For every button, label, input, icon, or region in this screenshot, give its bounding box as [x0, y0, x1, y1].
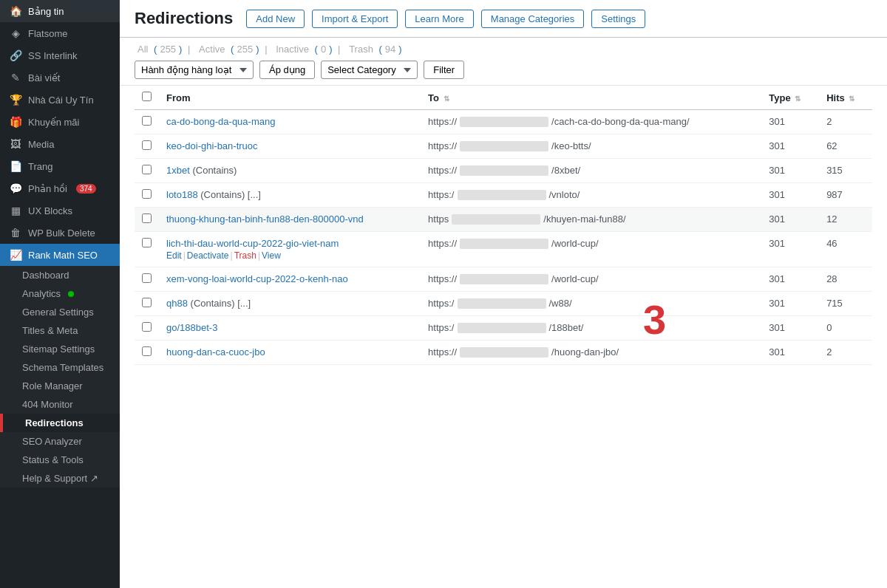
page-header: Redirections Add New Import & Export Lea… [120, 0, 887, 38]
to-sort-icon: ⇅ [444, 95, 449, 103]
row-checkbox[interactable] [142, 322, 152, 332]
type-cell: 301 [761, 134, 819, 159]
settings-button[interactable]: Settings [591, 10, 645, 28]
hits-cell: 0 [819, 316, 872, 341]
from-link[interactable]: qh88 [166, 298, 188, 309]
row-checkbox[interactable] [142, 273, 152, 283]
row-action-view[interactable]: View [262, 250, 281, 261]
row-checkbox[interactable] [142, 189, 152, 199]
add-new-button[interactable]: Add New [246, 10, 305, 28]
import-export-button[interactable]: Import & Export [312, 10, 398, 28]
to-column-header[interactable]: To ⇅ [421, 86, 761, 110]
submenu-label: Help & Support ↗ [22, 473, 98, 484]
from-link[interactable]: thuong-khung-tan-binh-fun88-den-800000-v… [166, 213, 364, 225]
sidebar-item-flatsome[interactable]: ◈ Flatsome [0, 22, 120, 44]
learn-more-button[interactable]: Learn More [405, 10, 473, 28]
from-link[interactable]: loto188 [166, 189, 198, 200]
type-cell: 301 [761, 292, 819, 316]
hits-sort-icon: ⇅ [849, 95, 854, 103]
sidebar-item-khuyen-mai[interactable]: 🎁 Khuyến mãi [0, 111, 120, 133]
sidebar-item-phan-hoi[interactable]: 💬 Phản hồi 374 [0, 177, 120, 199]
select-category-select[interactable]: Select Category [321, 61, 418, 79]
row-action-edit[interactable]: Edit [166, 250, 182, 261]
sidebar-item-bai-viet[interactable]: ✎ Bài viết [0, 66, 120, 89]
to-url: https:///cach-ca-do-bong-da-qua-mang/ [428, 116, 754, 127]
sidebar-item-trang[interactable]: 📄 Trang [0, 155, 120, 177]
filter-row: Hành động hàng loạt Áp dụng Select Categ… [135, 61, 872, 79]
hits-cell: 28 [819, 267, 872, 292]
filter-links: All (255) | Active (255) | Inactive (0) … [135, 44, 872, 55]
filter-all-link[interactable]: All (255) [135, 44, 182, 55]
sidebar-item-label: Bảng tin [28, 6, 64, 17]
submenu-dashboard[interactable]: Dashboard [0, 266, 120, 284]
filter-active-link[interactable]: Active (255) [196, 44, 259, 55]
submenu-schema-templates[interactable]: Schema Templates [0, 358, 120, 377]
row-checkbox[interactable] [142, 165, 152, 174]
row-checkbox[interactable] [142, 140, 152, 150]
row-checkbox[interactable] [142, 238, 152, 247]
hits-cell: 987 [819, 183, 872, 208]
submenu-redirections[interactable]: 2 Redirections [0, 414, 120, 432]
page-icon: 📄 [9, 160, 22, 172]
manage-categories-button[interactable]: Manage Categories [481, 10, 584, 28]
sidebar-item-bang-tin[interactable]: 🏠 Bảng tin [0, 0, 120, 22]
sidebar-item-label: Rank Math SEO [28, 250, 98, 261]
type-cell: 301 [761, 208, 819, 232]
filter-button[interactable]: Filter [424, 61, 464, 79]
submenu-analytics[interactable]: Analytics [0, 284, 120, 303]
sidebar-item-media[interactable]: 🖼 Media [0, 133, 120, 155]
submenu-help-support[interactable]: Help & Support ↗ [0, 469, 120, 488]
sidebar-item-ux-blocks[interactable]: ▦ UX Blocks [0, 199, 120, 222]
type-column-header[interactable]: Type ⇅ [761, 86, 819, 110]
to-url: https://w88/ [428, 298, 754, 309]
from-link[interactable]: lich-thi-dau-world-cup-2022-gio-viet-nam [166, 238, 339, 249]
submenu-label: Analytics [22, 288, 61, 299]
submenu-status-tools[interactable]: Status & Tools [0, 451, 120, 469]
from-link[interactable]: xem-vong-loai-world-cup-2022-o-kenh-nao [166, 273, 348, 284]
blocks-icon: ▦ [9, 205, 22, 216]
submenu-sitemap-settings[interactable]: Sitemap Settings [0, 340, 120, 358]
submenu-404-monitor[interactable]: 404 Monitor [0, 395, 120, 414]
from-link[interactable]: huong-dan-ca-cuoc-jbo [166, 346, 265, 358]
table-header: From To ⇅ Type ⇅ Hits ⇅ [135, 86, 872, 110]
type-cell: 301 [761, 159, 819, 183]
submenu-label: 404 Monitor [22, 399, 73, 410]
row-action-deactivate[interactable]: Deactivate [187, 250, 229, 261]
filter-inactive-link[interactable]: Inactive (0) [273, 44, 332, 55]
apply-button[interactable]: Áp dụng [259, 61, 315, 79]
type-cell: 301 [761, 341, 819, 365]
row-checkbox[interactable] [142, 298, 152, 307]
sidebar-item-wp-bulk-delete[interactable]: 🗑 WP Bulk Delete [0, 222, 120, 244]
row-checkbox[interactable] [142, 346, 152, 356]
to-url: https://188bet/ [428, 322, 754, 333]
table-row: go/188bet-3https://188bet/3010 [135, 316, 872, 341]
sidebar-item-label: UX Blocks [28, 205, 72, 216]
hits-column-header[interactable]: Hits ⇅ [819, 86, 872, 110]
from-link[interactable]: keo-doi-ghi-ban-truoc [166, 140, 258, 151]
from-link[interactable]: go/188bet-3 [166, 322, 217, 333]
table-body: ca-do-bong-da-qua-manghttps:///cach-ca-d… [135, 110, 872, 365]
submenu-seo-analyzer[interactable]: SEO Analyzer [0, 432, 120, 451]
filter-trash-link[interactable]: Trash (94) [346, 44, 402, 55]
hits-cell: 715 [819, 292, 872, 316]
redirections-table-wrapper: From To ⇅ Type ⇅ Hits ⇅ [120, 86, 887, 365]
submenu-titles-meta[interactable]: Titles & Meta [0, 321, 120, 340]
submenu-general-settings[interactable]: General Settings [0, 303, 120, 321]
from-column-header[interactable]: From [159, 86, 421, 110]
from-link[interactable]: ca-do-bong-da-qua-mang [166, 116, 275, 127]
select-all-checkbox[interactable] [142, 92, 152, 101]
sidebar-item-rank-math-seo[interactable]: 1 📈 Rank Math SEO [0, 244, 120, 266]
submenu-role-manager[interactable]: Role Manager [0, 377, 120, 395]
to-url: https:///8xbet/ [428, 165, 754, 176]
bulk-action-select[interactable]: Hành động hàng loạt [135, 61, 254, 79]
sidebar-item-ss-interlink[interactable]: 🔗 SS Interlink [0, 44, 120, 66]
row-checkbox[interactable] [142, 116, 152, 126]
from-link[interactable]: 1xbet [166, 165, 190, 176]
type-cell: 301 [761, 232, 819, 267]
to-url: https:///world-cup/ [428, 238, 754, 249]
to-url: https:///huong-dan-jbo/ [428, 346, 754, 358]
sidebar-item-nha-cai[interactable]: 🏆 Nhà Cái Uy Tín [0, 89, 120, 111]
table-row: lich-thi-dau-world-cup-2022-gio-viet-nam… [135, 232, 872, 267]
row-checkbox[interactable] [142, 213, 152, 223]
row-action-trash[interactable]: Trash [234, 250, 256, 261]
